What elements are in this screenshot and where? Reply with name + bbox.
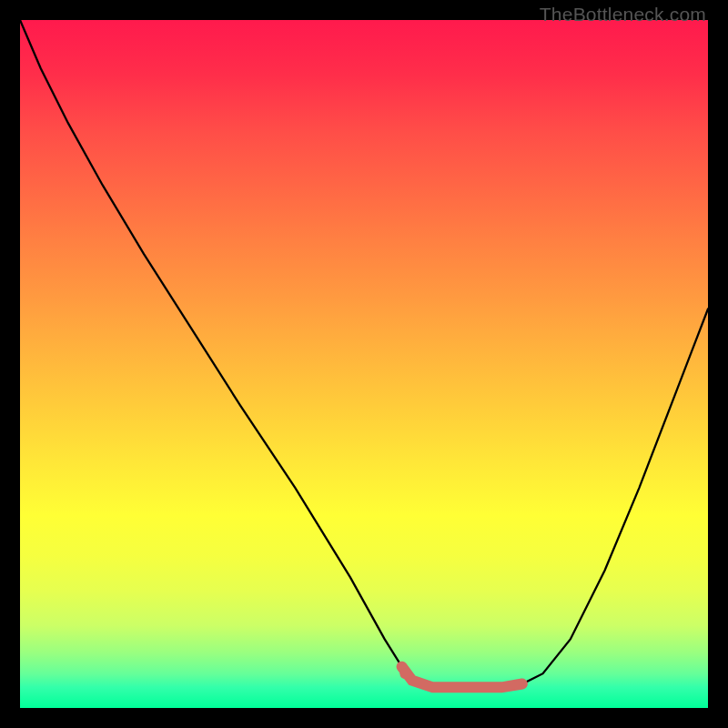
highlight-segment [402,667,522,688]
highlight-dot [399,668,410,679]
chart-svg [20,20,708,708]
chart-container: TheBottleneck.com [0,0,728,728]
bottleneck-curve [20,20,708,687]
